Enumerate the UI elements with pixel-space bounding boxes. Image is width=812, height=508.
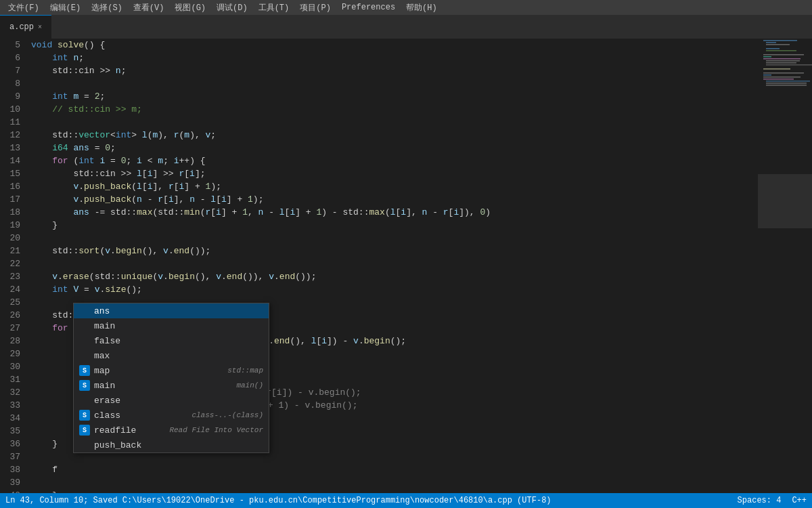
svg-rect-6 — [763, 56, 771, 58]
ac-label: readfile — [94, 425, 165, 436]
code-line: int m = 2; — [28, 90, 758, 103]
code-line: std::cin >> l[i] >> r[i]; — [28, 167, 758, 180]
ac-snippet-icon: S — [79, 365, 90, 376]
autocomplete-item-main[interactable]: main — [74, 318, 269, 333]
autocomplete-dropdown[interactable]: ans main false max S map std::map — [73, 303, 269, 453]
menubar: 文件(F) 编辑(E) 选择(S) 查看(V) 视图(G) 调试(D) 工具(T… — [0, 0, 812, 15]
code-line: std::vector<int> l(m), r(m), v; — [28, 129, 758, 142]
editor-container: 5 6 7 8 9 10 11 12 13 14 15 16 17 18 19 … — [0, 39, 812, 493]
ac-detail: class-..-(class) — [191, 411, 263, 419]
ac-type-icon — [79, 395, 90, 406]
autocomplete-item-readfile[interactable]: S readfile Read File Into Vector — [74, 423, 269, 438]
svg-rect-0 — [763, 40, 797, 41]
svg-rect-9 — [766, 62, 796, 64]
ac-detail: main() — [236, 381, 263, 389]
autocomplete-item-max[interactable]: max — [74, 348, 269, 363]
ac-type-icon — [79, 305, 90, 316]
autocomplete-item-false[interactable]: false — [74, 333, 269, 348]
svg-rect-4 — [766, 50, 796, 51]
menu-view[interactable]: 查看(V) — [128, 1, 170, 15]
code-line: f — [28, 463, 758, 476]
menu-file[interactable]: 文件(F) — [3, 1, 45, 15]
menu-select[interactable]: 选择(S) — [86, 1, 128, 15]
menu-edit[interactable]: 编辑(E) — [45, 1, 87, 15]
svg-rect-8 — [766, 60, 800, 62]
svg-rect-15 — [763, 79, 794, 80]
svg-rect-17 — [766, 83, 807, 84]
editor-tab[interactable]: a.cpp × — [0, 15, 51, 39]
svg-rect-2 — [766, 44, 790, 45]
ac-snippet-icon: S — [79, 410, 90, 421]
ac-type-icon — [79, 335, 90, 346]
line-numbers: 5 6 7 8 9 10 11 12 13 14 15 16 17 18 19 … — [0, 39, 28, 493]
ac-label: map — [94, 366, 223, 376]
ac-type-icon — [79, 320, 90, 331]
ac-detail: std::map — [227, 366, 263, 375]
code-line: i64 ans = 0; — [28, 142, 758, 154]
autocomplete-item-pushback[interactable]: push_back — [74, 438, 269, 452]
ac-snippet-icon: S — [79, 380, 90, 391]
statusbar-right: Spaces: 4 C++ — [738, 496, 807, 505]
code-line — [28, 476, 758, 489]
svg-rect-10 — [766, 64, 812, 66]
ac-type-icon — [79, 350, 90, 361]
menu-project[interactable]: 项目(P) — [294, 1, 336, 15]
ac-label: erase — [94, 396, 259, 406]
ac-label: class — [94, 410, 187, 421]
svg-rect-18 — [766, 85, 807, 86]
svg-rect-12 — [763, 72, 804, 74]
svg-rect-16 — [766, 81, 810, 82]
ac-detail: Read File Into Vector — [169, 426, 263, 434]
svg-rect-13 — [763, 75, 771, 76]
menu-tools[interactable]: 工具(T) — [253, 1, 295, 15]
svg-rect-5 — [763, 54, 804, 56]
ac-label: false — [94, 336, 259, 346]
code-line: std::sort(v.begin(), v.end()); — [28, 245, 758, 257]
autocomplete-item-main2[interactable]: S main main() — [74, 378, 269, 393]
code-line: v.erase(std::unique(v.begin(), v.end()),… — [28, 270, 758, 283]
svg-rect-3 — [766, 48, 780, 49]
svg-rect-7 — [763, 58, 800, 60]
svg-rect-14 — [763, 77, 800, 78]
statusbar-spaces[interactable]: Spaces: 4 — [738, 496, 782, 505]
code-line: } — [28, 489, 758, 493]
ac-type-icon — [79, 440, 90, 450]
code-line — [28, 257, 758, 270]
menu-view2[interactable]: 视图(G) — [169, 1, 211, 15]
menu-preferences[interactable]: Preferences — [336, 1, 401, 14]
code-line: } — [28, 219, 758, 232]
code-line: for (int i = 0; i < m; i++) { — [28, 154, 758, 167]
code-line: v.push_back(n - r[i], n - l[i] + 1); — [28, 193, 758, 206]
code-line: // std::cin >> m; — [28, 103, 758, 116]
code-line: void solve() { — [28, 39, 758, 51]
statusbar-info: Ln 43, Column 10; Saved C:\Users\19022\O… — [5, 496, 551, 505]
code-line: int n; — [28, 51, 758, 64]
autocomplete-item-map[interactable]: S map std::map — [74, 363, 269, 378]
code-line: std::cin >> n; — [28, 64, 758, 77]
menu-debug[interactable]: 调试(D) — [211, 1, 253, 15]
svg-rect-1 — [766, 42, 776, 43]
statusbar: Ln 43, Column 10; Saved C:\Users\19022\O… — [0, 493, 812, 508]
tabbar: a.cpp × — [0, 15, 812, 39]
ac-label: push_back — [94, 440, 259, 450]
tab-close[interactable]: × — [38, 24, 42, 31]
autocomplete-item-class[interactable]: S class class-..-(class) — [74, 408, 269, 423]
menu-help[interactable]: 帮助(H) — [401, 1, 443, 15]
tab-filename: a.cpp — [9, 22, 34, 32]
ac-snippet-icon: S — [79, 425, 90, 436]
code-line — [28, 77, 758, 90]
code-line — [28, 232, 758, 245]
code-line: ans -= std::max(std::min(r[i] + 1, n - l… — [28, 206, 758, 219]
minimap — [758, 39, 812, 493]
autocomplete-item-erase[interactable]: erase — [74, 393, 269, 408]
ac-label: main — [94, 321, 259, 331]
code-line: int V = v.size(); — [28, 283, 758, 296]
autocomplete-item-ans[interactable]: ans — [74, 303, 269, 318]
ac-label: main — [94, 381, 232, 391]
code-line — [28, 116, 758, 129]
statusbar-encoding[interactable]: C++ — [792, 496, 807, 505]
ac-label: ans — [94, 306, 259, 316]
code-line: v.push_back(l[i], r[i] + 1); — [28, 180, 758, 193]
ac-label: max — [94, 351, 259, 361]
svg-rect-11 — [763, 68, 790, 70]
